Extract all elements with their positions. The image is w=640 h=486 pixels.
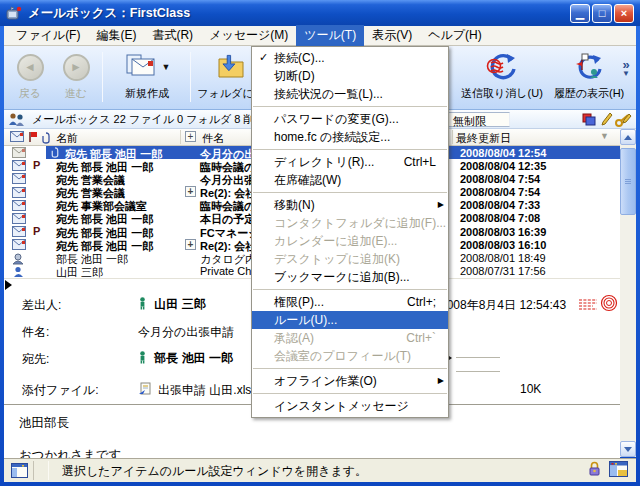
row-date: 2008/08/04 12:54 bbox=[460, 147, 546, 159]
toolbar-overflow-button[interactable]: » ▼ bbox=[619, 60, 633, 78]
forward-icon: ► bbox=[63, 54, 90, 81]
sent-datetime: 2008年8月4日 12:54:43 bbox=[440, 297, 566, 314]
person-blue-icon bbox=[12, 266, 25, 278]
header-name[interactable]: 名前 bbox=[56, 131, 78, 146]
to-value: 部長 池田 一郎 bbox=[138, 350, 233, 367]
menu-item-disconnect[interactable]: 切断(D) bbox=[252, 67, 448, 85]
statusbar: 選択したアイテムのルール設定ウィンドウを開きます。 bbox=[4, 458, 636, 482]
flag-column-icon[interactable] bbox=[28, 131, 38, 143]
quota-field: 無制限 bbox=[444, 112, 510, 127]
menu-item-rules[interactable]: ルール(U)... bbox=[252, 311, 448, 329]
forward-button[interactable]: ► 進む bbox=[54, 50, 98, 106]
row-date: 2008/08/03 16:39 bbox=[460, 226, 546, 238]
close-button[interactable]: × bbox=[614, 4, 634, 23]
menu-item-add-calendar: カレンダーに追加(E)... bbox=[252, 232, 448, 250]
attachment-label: 添付ファイル: bbox=[22, 382, 98, 399]
from-value: 山田 三郎 bbox=[138, 296, 206, 313]
envelope-column-icon[interactable] bbox=[10, 131, 24, 142]
menu-item-change-password[interactable]: パスワードの変更(G)... bbox=[252, 110, 448, 128]
titlebar[interactable]: メールボックス：FirstClass ▁ □ × bbox=[0, 0, 640, 26]
menu-message[interactable]: メッセージ(M) bbox=[201, 25, 296, 46]
splitter-collapse-icon[interactable] bbox=[5, 280, 12, 290]
row-date: 2008/08/04 7:54 bbox=[460, 173, 540, 185]
menu-item-homefc-settings[interactable]: home.fc の接続設定... bbox=[252, 128, 448, 146]
menu-help[interactable]: ヘルプ(H) bbox=[420, 25, 490, 46]
new-message-icon bbox=[124, 53, 158, 81]
new-message-button[interactable]: ▼ 新規作成 bbox=[108, 50, 186, 106]
header-subject[interactable]: 件名 bbox=[202, 131, 224, 146]
menu-item-presence[interactable]: 在席確認(W) bbox=[252, 171, 448, 189]
subject-value: 今月分の出張申請 bbox=[138, 324, 234, 341]
menu-file[interactable]: ファイル(F) bbox=[8, 25, 88, 46]
color-swatch-icon[interactable] bbox=[582, 113, 596, 126]
from-label: 差出人: bbox=[22, 297, 61, 314]
history-button[interactable]: 履歴の表示(H) bbox=[550, 50, 628, 106]
window-panel-icon bbox=[11, 463, 28, 478]
menu-tools[interactable]: ツール(T) bbox=[296, 25, 364, 46]
row-date: 2008/08/04 7:54 bbox=[460, 186, 540, 198]
pencil-icon[interactable] bbox=[601, 112, 613, 126]
submenu-arrow-icon: ▶ bbox=[438, 200, 444, 209]
mailbox-icon bbox=[8, 112, 26, 127]
vertical-scrollbar[interactable] bbox=[620, 129, 636, 457]
status-message: 選択したアイテムのルール設定ウィンドウを開きます。 bbox=[62, 463, 367, 480]
priority-flag: P bbox=[33, 225, 40, 237]
header-updated[interactable]: 最終更新日 bbox=[456, 131, 511, 146]
unsend-button[interactable]: 送信取り消し(U) bbox=[456, 50, 548, 106]
new-message-dropdown-icon[interactable]: ▼ bbox=[162, 62, 171, 72]
status-icon-cell[interactable] bbox=[6, 461, 34, 480]
app-icon bbox=[6, 6, 23, 21]
menu-item-instant-message[interactable]: インスタントメッセージ bbox=[252, 397, 448, 415]
scroll-up-button[interactable] bbox=[620, 129, 636, 145]
menu-item-permissions[interactable]: 権限(P)...Ctrl+; bbox=[252, 293, 448, 311]
menu-item-directory[interactable]: ディレクトリ(R)...Ctrl+L bbox=[252, 153, 448, 171]
menu-item-connection-list[interactable]: 接続状況の一覧(L)... bbox=[252, 85, 448, 103]
row-date: 2008/08/04 12:35 bbox=[460, 160, 546, 172]
key-pencil-icon[interactable] bbox=[615, 113, 635, 127]
menu-item-connect[interactable]: ✓接続(C)... bbox=[252, 49, 448, 67]
expand-icon[interactable]: + bbox=[185, 239, 196, 250]
mailbox-summary: メールボックス 22 ファイル 0 フォルダ 8 削除 bbox=[32, 112, 265, 127]
menu-item-offline-work[interactable]: オフライン作業(O)▶ bbox=[252, 372, 448, 390]
attachment-name[interactable]: 出張申請 山田.xlsx bbox=[158, 382, 257, 399]
check-icon: ✓ bbox=[259, 51, 268, 64]
row-date: 2008/07/31 17:56 bbox=[460, 265, 546, 277]
person-green-icon bbox=[138, 351, 147, 364]
field-divider bbox=[456, 357, 500, 358]
row-date: 2008/08/04 7:08 bbox=[460, 212, 540, 224]
paperclip-column-icon[interactable] bbox=[42, 132, 50, 144]
menu-separator bbox=[253, 149, 447, 150]
header-expand-icon[interactable]: + bbox=[185, 131, 196, 142]
scroll-down-button[interactable] bbox=[620, 441, 636, 457]
to-label: 宛先: bbox=[22, 351, 49, 368]
scrollbar-thumb[interactable] bbox=[620, 148, 636, 215]
maximize-button[interactable]: □ bbox=[592, 4, 612, 23]
layout-columns-icon[interactable] bbox=[609, 461, 628, 477]
menu-item-add-contact-folder: コンタクトフォルダに追加(F)... bbox=[252, 214, 448, 232]
sort-arrow-icon[interactable]: ▼ bbox=[600, 131, 609, 141]
menubar: ファイル(F) 編集(E) 書式(R) メッセージ(M) ツール(T) 表示(V… bbox=[4, 26, 636, 46]
back-icon: ◄ bbox=[17, 54, 44, 81]
status-separator bbox=[48, 461, 49, 480]
menu-item-move[interactable]: 移動(N)▶ bbox=[252, 196, 448, 214]
row-subject: Private Cha bbox=[200, 265, 257, 277]
envelope-icon bbox=[12, 187, 26, 198]
expand-icon[interactable]: + bbox=[185, 186, 196, 197]
move-to-folder-icon bbox=[215, 53, 247, 81]
menu-item-conference-profile: 会議室のプロフィール(T) bbox=[252, 347, 448, 365]
menu-view[interactable]: 表示(V) bbox=[364, 25, 420, 46]
menu-separator bbox=[253, 289, 447, 290]
attachment-size: 10K bbox=[520, 382, 541, 396]
envelope-icon bbox=[12, 226, 26, 237]
menu-format[interactable]: 書式(R) bbox=[144, 25, 201, 46]
firstclass-window: メールボックス：FirstClass ▁ □ × ファイル(F) 編集(E) 書… bbox=[0, 0, 640, 486]
envelope-icon bbox=[12, 160, 26, 171]
menu-separator bbox=[253, 192, 447, 193]
menu-edit[interactable]: 編集(E) bbox=[88, 25, 144, 46]
menu-item-add-bookmark[interactable]: ブックマークに追加(B)... bbox=[252, 268, 448, 286]
menu-item-add-desktop: デスクトップに追加(K) bbox=[252, 250, 448, 268]
back-button[interactable]: ◄ 戻る bbox=[8, 50, 52, 106]
menu-separator bbox=[253, 368, 447, 369]
postmark-stamp-icon bbox=[600, 294, 618, 312]
minimize-button[interactable]: ▁ bbox=[570, 4, 590, 23]
